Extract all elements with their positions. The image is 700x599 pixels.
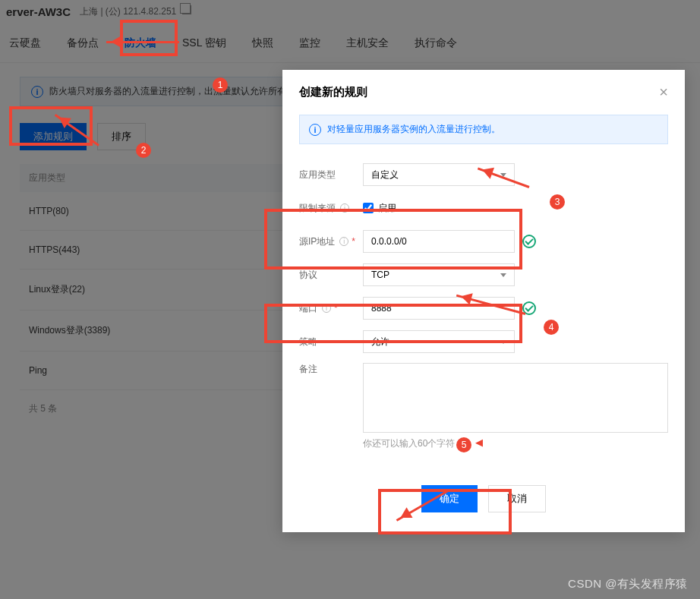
remark-hint: 你还可以输入60个字符 xyxy=(363,433,668,461)
label-src-ip: 源IP地址i* xyxy=(299,235,363,248)
cancel-button[interactable]: 取消 xyxy=(488,485,546,512)
close-icon[interactable]: × xyxy=(659,84,668,101)
textarea-remark[interactable] xyxy=(363,363,668,433)
label-port: 端口i* xyxy=(299,302,363,315)
create-rule-modal: 创建新的规则 × i 对轻量应用服务器实例的入流量进行控制。 应用类型 自定义 … xyxy=(282,70,685,532)
chevron-down-icon xyxy=(500,173,506,177)
modal-title: 创建新的规则 xyxy=(299,85,367,99)
checkbox-enable[interactable] xyxy=(363,203,374,213)
watermark: CSDN @有头发程序猿 xyxy=(568,577,688,591)
help-icon[interactable]: i xyxy=(340,203,349,213)
input-src-ip[interactable] xyxy=(363,230,515,253)
check-ok-icon xyxy=(522,235,536,248)
help-icon[interactable]: i xyxy=(339,237,348,246)
label-limit-source: 限制来源i xyxy=(299,202,363,215)
label-remark: 备注 xyxy=(299,363,363,376)
confirm-button[interactable]: 确定 xyxy=(421,485,478,512)
select-app-type[interactable]: 自定义 xyxy=(363,163,515,186)
annotation-arrowhead: ◀ xyxy=(475,437,483,448)
check-ok-icon xyxy=(522,301,536,315)
input-port[interactable] xyxy=(363,297,515,320)
select-protocol[interactable]: TCP xyxy=(363,263,515,286)
label-protocol: 协议 xyxy=(299,269,363,282)
label-policy: 策略 xyxy=(299,336,363,348)
help-icon[interactable]: i xyxy=(322,304,331,313)
info-icon: i xyxy=(309,124,321,136)
modal-alert: i 对轻量应用服务器实例的入流量进行控制。 xyxy=(299,115,668,144)
enable-label: 启用 xyxy=(378,202,396,215)
modal-alert-text: 对轻量应用服务器实例的入流量进行控制。 xyxy=(327,123,500,136)
chevron-down-icon xyxy=(500,273,506,277)
label-app-type: 应用类型 xyxy=(299,169,363,181)
select-policy[interactable]: 允许 xyxy=(363,330,515,353)
chevron-down-icon xyxy=(500,340,506,344)
